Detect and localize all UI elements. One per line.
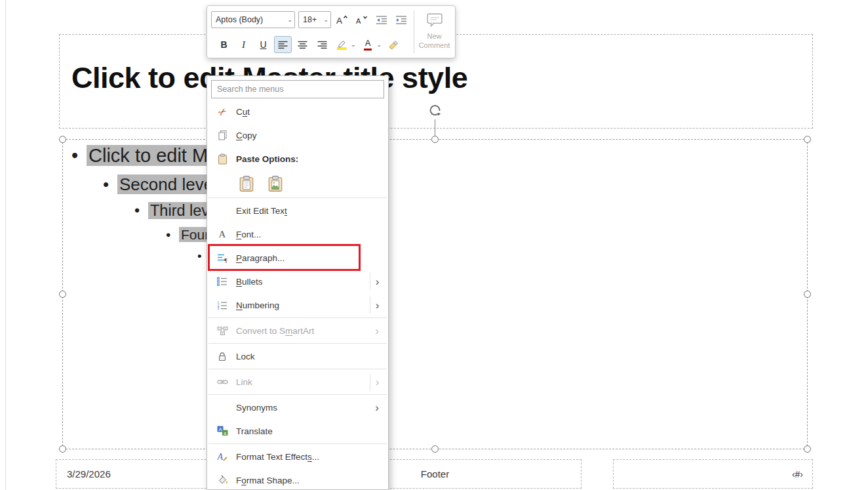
decrease-indent-button[interactable] — [372, 11, 390, 28]
bullet-glyph: • — [134, 202, 148, 219]
menu-item-label: Synonyms — [236, 403, 370, 413]
decrease-font-size-button[interactable]: A — [353, 11, 370, 28]
selection-handle-middle-left[interactable] — [59, 291, 66, 298]
font-name-value: Aptos (Body) — [216, 15, 263, 24]
font-size-value: 18+ — [303, 15, 317, 24]
context-menu-items: ✂CutCopyPaste Options:Exit Edit TextAFon… — [207, 100, 388, 490]
font-name-select[interactable]: Aptos (Body) ⌄ — [211, 11, 295, 28]
svg-text:a: a — [224, 431, 226, 436]
rotate-icon[interactable] — [427, 102, 443, 120]
paste-option-keep-source-formatting-button[interactable] — [236, 173, 257, 194]
bold-label: B — [220, 39, 227, 50]
workspace-edge — [5, 0, 6, 490]
paste-icon — [214, 153, 231, 165]
bullet-text[interactable]: Second level — [117, 174, 219, 194]
menu-item-label: Format Shape... — [236, 476, 384, 485]
scissors-icon: ✂ — [214, 107, 231, 117]
bullet-line-level-2[interactable]: •Second level — [103, 175, 219, 194]
italic-label: I — [242, 39, 245, 51]
svg-text:A: A — [356, 17, 361, 25]
paragraph-icon: ¶ — [214, 253, 231, 263]
menu-item-label: Link — [236, 377, 370, 387]
translate-icon: Aa — [214, 426, 231, 436]
copy-icon — [214, 130, 231, 140]
menu-item-paragraph[interactable]: ¶Paragraph... — [207, 246, 388, 270]
menu-separator — [208, 394, 387, 395]
increase-indent-button[interactable] — [392, 11, 410, 28]
content-placeholder[interactable]: •Click to edit Master text styles•Second… — [62, 139, 808, 449]
menu-item-format-shape[interactable]: Format Shape... — [207, 468, 388, 490]
bold-button[interactable]: B — [215, 36, 233, 53]
align-left-button[interactable] — [274, 36, 292, 53]
new-comment-button[interactable]: New Comment — [416, 10, 453, 55]
menu-item-label: Convert to SmartArt — [236, 326, 370, 336]
smartart-icon — [214, 326, 231, 336]
menu-separator — [208, 343, 387, 344]
align-right-button[interactable] — [313, 36, 331, 53]
bullet-glyph: • — [166, 227, 179, 243]
font-color-button[interactable]: A — [359, 36, 377, 53]
chevron-down-icon[interactable]: ⌄ — [377, 41, 384, 48]
align-center-button[interactable] — [294, 36, 311, 53]
submenu-arrow-icon[interactable]: › — [370, 273, 384, 290]
svg-text:A: A — [217, 452, 224, 462]
menu-separator — [208, 369, 387, 369]
svg-text:A: A — [218, 426, 222, 432]
paste-option-picture-button[interactable] — [265, 173, 286, 194]
menu-item-cut[interactable]: ✂Cut — [207, 100, 388, 123]
menu-item-translate[interactable]: AaTranslate — [207, 419, 388, 443]
toolbar-divider — [414, 10, 414, 53]
submenu-arrow-icon[interactable]: › — [370, 296, 384, 314]
toolbar-row-2: B I U ⌄ A ⌄ — [215, 36, 403, 53]
text-effects-icon: A — [214, 451, 231, 462]
menu-item-label: Paste Options: — [236, 154, 384, 164]
menu-item-copy[interactable]: Copy — [207, 123, 388, 147]
menu-item-label: Lock — [236, 352, 384, 361]
submenu-arrow-icon[interactable]: › — [370, 402, 384, 413]
highlight-color-button[interactable] — [333, 36, 351, 53]
selection-handle-top-center[interactable] — [431, 136, 439, 143]
menu-item-bullets[interactable]: Bullets› — [207, 270, 388, 293]
svg-text:¶: ¶ — [224, 256, 227, 263]
menu-search-input[interactable] — [211, 80, 384, 98]
svg-text:3: 3 — [218, 306, 220, 310]
slide-number-placeholder[interactable]: ‹#› — [613, 459, 813, 489]
menu-item-lock[interactable]: Lock — [207, 344, 388, 368]
menu-item-label: Bullets — [236, 277, 370, 287]
menu-item-label: Translate — [236, 426, 384, 436]
font-icon: A — [214, 230, 231, 239]
selection-handle-bottom-left[interactable] — [59, 445, 66, 453]
menu-item-numbering[interactable]: 123Numbering› — [207, 293, 388, 317]
new-comment-label: New Comment — [416, 32, 453, 51]
slide-number-text: ‹#› — [792, 469, 803, 480]
menu-item-synonyms[interactable]: Synonyms› — [207, 396, 388, 419]
chevron-down-icon[interactable]: ⌄ — [285, 16, 292, 23]
menu-item-paste-options[interactable]: Paste Options: — [207, 147, 388, 171]
selection-handle-top-right[interactable] — [804, 136, 811, 143]
date-text: 3/29/2026 — [67, 468, 111, 480]
numbering-icon: 123 — [214, 300, 231, 310]
menu-item-convert-to-smartart: Convert to SmartArt› — [207, 319, 388, 342]
selection-handle-middle-right[interactable] — [804, 291, 811, 298]
menu-item-label: Numbering — [236, 300, 370, 310]
underline-button[interactable]: U — [254, 36, 272, 53]
italic-button[interactable]: I — [235, 36, 252, 53]
increase-font-size-button[interactable]: A — [333, 11, 351, 28]
menu-item-format-text-effects[interactable]: AFormat Text Effects... — [207, 445, 388, 468]
context-menu: ✂CutCopyPaste Options:Exit Edit TextAFon… — [207, 75, 389, 490]
format-painter-button[interactable] — [385, 36, 403, 53]
selection-handle-bottom-right[interactable] — [804, 445, 811, 453]
bullet-glyph: • — [103, 175, 117, 194]
menu-item-exit-edit-text[interactable]: Exit Edit Text — [207, 199, 388, 222]
chevron-down-icon[interactable]: ⌄ — [321, 16, 328, 23]
menu-item-link: Link› — [207, 370, 388, 394]
lock-icon — [214, 352, 231, 361]
chevron-down-icon[interactable]: ⌄ — [351, 41, 357, 48]
submenu-arrow-icon: › — [370, 373, 384, 390]
selection-handle-bottom-center[interactable] — [431, 445, 439, 453]
font-size-select[interactable]: 18+ ⌄ — [298, 11, 331, 28]
menu-separator — [208, 443, 387, 444]
menu-item-font[interactable]: AFont... — [207, 222, 388, 246]
menu-item-label: Paragraph... — [236, 253, 384, 263]
selection-handle-top-left[interactable] — [59, 136, 66, 143]
